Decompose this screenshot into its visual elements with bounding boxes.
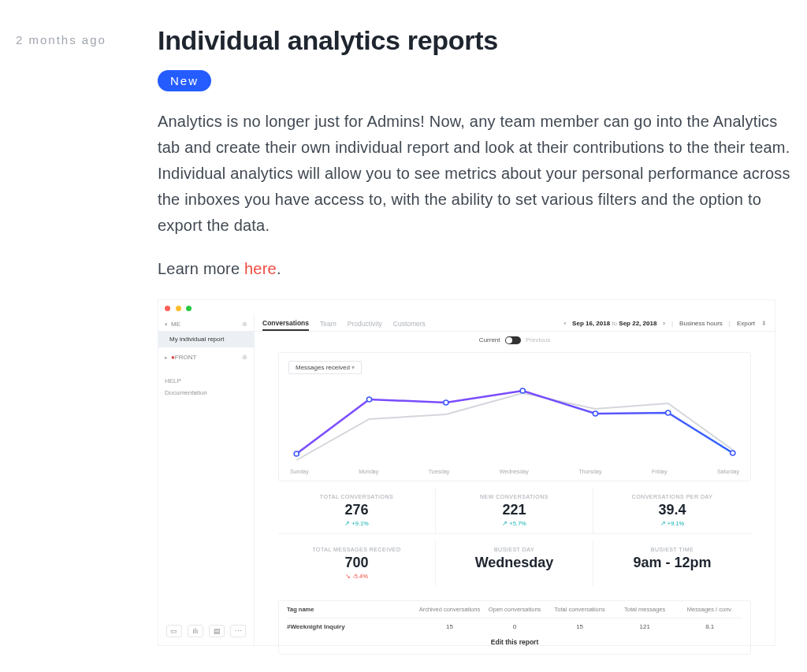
- metric-new-conversations: NEW CONVERSATIONS 221 ↗ +5.7%: [436, 488, 593, 534]
- metrics-row-1: TOTAL CONVERSATIONS 276 ↗ +9.1% NEW CONV…: [278, 488, 751, 534]
- chart-metric-selector[interactable]: Messages received ▾: [288, 361, 362, 374]
- tags-table: Tag name Archived conversations Open con…: [278, 600, 751, 655]
- close-dot-icon: [165, 306, 170, 311]
- post-time-ago: 2 months ago: [16, 33, 158, 46]
- current-series-line: [296, 391, 733, 454]
- tab-customers[interactable]: Customers: [393, 320, 426, 328]
- x-tick: Saturday: [717, 469, 739, 474]
- tab-productivity[interactable]: Productivity: [348, 320, 382, 328]
- x-tick: Thursday: [578, 469, 601, 474]
- cell-messages: 121: [612, 623, 678, 630]
- add-icon[interactable]: ⊕: [242, 354, 247, 361]
- sidebar-group-me[interactable]: ▾ ME ⊕: [158, 317, 254, 331]
- app-sidebar: ▾ ME ⊕ My individual report ▸ ● FRONT: [158, 314, 255, 645]
- x-tick: Wednesday: [500, 469, 529, 474]
- app-main-panel: Conversations Team Productivity Customer…: [255, 314, 775, 645]
- chart-svg: [288, 381, 741, 467]
- x-tick: Sunday: [290, 469, 309, 474]
- chart-metric-label: Messages received: [296, 364, 350, 371]
- metric-value: 9am - 12pm: [597, 555, 748, 571]
- chart-x-axis: Sunday Monday Tuesday Wednesday Thursday…: [288, 467, 741, 477]
- svg-point-0: [294, 451, 299, 456]
- cell-per-conv: 8.1: [677, 623, 742, 630]
- metric-label: TOTAL CONVERSATIONS: [281, 494, 432, 499]
- col-tag: Tag name: [287, 606, 417, 613]
- tab-team[interactable]: Team: [320, 320, 337, 328]
- table-header: Tag name Archived conversations Open con…: [287, 606, 742, 618]
- current-label: Current: [479, 336, 500, 343]
- metric-total-conversations: TOTAL CONVERSATIONS 276 ↗ +9.1%: [278, 488, 436, 534]
- metric-value: 221: [439, 502, 589, 518]
- learn-more-prefix: Learn more: [158, 260, 244, 277]
- metric-delta: ↗ +9.1%: [281, 520, 432, 527]
- metric-label: TOTAL MESSAGES RECEIVED: [281, 547, 432, 552]
- previous-series-line: [296, 393, 733, 460]
- new-badge: New: [158, 70, 211, 91]
- post-body: Analytics is no longer just for Admins! …: [158, 109, 791, 282]
- svg-point-2: [444, 400, 448, 405]
- svg-point-6: [731, 451, 735, 455]
- col-archived: Archived conversations: [417, 606, 482, 613]
- more-icon[interactable]: ⋯: [230, 625, 246, 637]
- date-prev-icon[interactable]: ‹: [563, 320, 566, 327]
- tab-conversations[interactable]: Conversations: [262, 319, 309, 331]
- line-chart: [288, 381, 741, 467]
- caret-icon: ▾: [165, 321, 168, 328]
- inbox-icon[interactable]: ▭: [166, 625, 182, 637]
- date-next-icon[interactable]: ›: [663, 320, 665, 327]
- contacts-icon[interactable]: ▤: [209, 625, 225, 637]
- add-icon[interactable]: ⊕: [242, 321, 247, 328]
- export-button[interactable]: Export: [737, 320, 755, 327]
- previous-label: Previous: [526, 336, 550, 343]
- x-tick: Friday: [652, 469, 667, 474]
- metric-label: BUSIEST DAY: [439, 547, 589, 552]
- metric-label: CONVERSATIONS PER DAY: [597, 494, 748, 499]
- sidebar-bottom-nav: ▭ ılı ▤ ⋯: [158, 622, 254, 640]
- maximize-dot-icon: [186, 306, 192, 311]
- col-open: Open conversations: [482, 606, 548, 613]
- chart-card: Messages received ▾: [278, 352, 751, 481]
- metric-label: BUSIEST TIME: [597, 547, 748, 552]
- macos-traffic-lights: [158, 300, 775, 314]
- learn-more-link[interactable]: here: [244, 260, 277, 277]
- sidebar-help-label: HELP: [158, 375, 254, 387]
- learn-more-suffix: .: [277, 260, 281, 277]
- sidebar-my-report-label: My individual report: [169, 336, 224, 343]
- toggle-switch[interactable]: [505, 336, 521, 344]
- analytics-screenshot: ▾ ME ⊕ My individual report ▸ ● FRONT: [158, 299, 775, 646]
- metric-value: 39.4: [597, 502, 748, 518]
- metric-busiest-time: BUSIEST TIME 9am - 12pm: [593, 540, 751, 586]
- analytics-icon[interactable]: ılı: [188, 625, 203, 637]
- metric-busiest-day: BUSIEST DAY Wednesday: [436, 540, 593, 586]
- x-tick: Monday: [359, 469, 378, 474]
- tab-bar: Conversations Team Productivity Customer…: [255, 314, 775, 332]
- sidebar-group-front[interactable]: ▸ ● FRONT ⊕: [158, 351, 254, 364]
- metric-delta: ↗ +9.1%: [597, 520, 748, 527]
- metric-value: 700: [281, 555, 432, 571]
- post-title: Individual analytics reports: [158, 25, 791, 56]
- metric-total-messages: TOTAL MESSAGES RECEIVED 700 ↘ -5.4%: [278, 540, 436, 586]
- metric-label: NEW CONVERSATIONS: [439, 494, 589, 499]
- sidebar-item-my-report[interactable]: My individual report: [158, 331, 254, 347]
- data-points: [294, 388, 735, 456]
- edit-report-link[interactable]: Edit this report: [287, 638, 742, 646]
- metrics-row-2: TOTAL MESSAGES RECEIVED 700 ↘ -5.4% BUSI…: [278, 540, 751, 586]
- metric-delta: ↗ +5.7%: [439, 520, 589, 527]
- table-row: #Weeknight Inquiry 15 0 15 121 8.1: [287, 618, 742, 632]
- metric-value: Wednesday: [439, 555, 589, 571]
- date-range[interactable]: Sep 16, 2018 to Sep 22, 2018: [572, 320, 656, 327]
- sidebar-docs-link[interactable]: Documentation: [158, 387, 254, 399]
- cell-tag: #Weeknight Inquiry: [287, 623, 417, 630]
- minimize-dot-icon: [176, 306, 181, 311]
- x-tick: Tuesday: [429, 469, 450, 474]
- cell-archived: 15: [417, 623, 482, 630]
- chevron-down-icon: ▾: [351, 364, 355, 371]
- date-to: Sep 22, 2018: [619, 320, 656, 327]
- download-icon[interactable]: ⬇: [761, 320, 767, 327]
- current-previous-toggle: Current Previous: [255, 332, 775, 349]
- sidebar-front-label: FRONT: [175, 354, 197, 361]
- svg-point-1: [366, 397, 371, 402]
- learn-more-line: Learn more here.: [158, 256, 791, 282]
- business-hours-toggle[interactable]: Business hours: [679, 320, 723, 327]
- svg-point-3: [520, 388, 525, 393]
